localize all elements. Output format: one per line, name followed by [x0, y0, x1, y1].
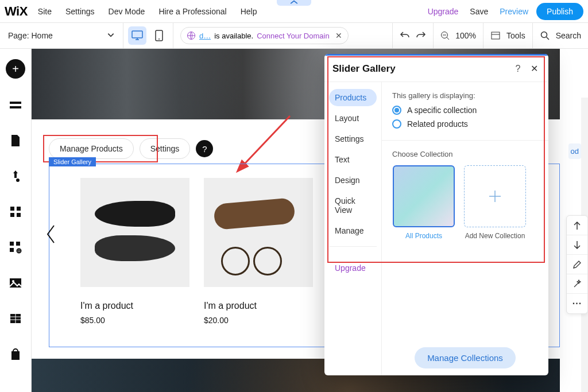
svg-rect-8 [10, 104, 21, 106]
menu-site[interactable]: Site [38, 7, 52, 16]
element-floating-toolbar: Manage Products Settings ? [49, 138, 213, 159]
svg-line-21 [238, 116, 290, 170]
save-button[interactable]: Save [470, 7, 488, 16]
add-element-button[interactable]: + [6, 59, 25, 79]
upgrade-link[interactable]: Upgrade [428, 7, 459, 16]
radio-specific-collection[interactable]: A specific collection [392, 106, 538, 115]
panel-close-button[interactable]: ✕ [528, 63, 540, 75]
panel-nav: Products Layout Settings Text Design Qui… [324, 82, 382, 375]
displaying-label: This gallery is displaying: [392, 91, 538, 100]
product-name: I'm a product [80, 301, 192, 311]
edit-button[interactable] [567, 255, 587, 274]
add-collection-caption: Add New Collection [465, 232, 525, 240]
pages-icon[interactable] [6, 131, 25, 150]
panel-nav-products[interactable]: Products [329, 89, 377, 106]
more-button[interactable]: ··· [567, 294, 587, 313]
toolbar: Page: Home d… is available. Connect Your… [0, 23, 588, 49]
manage-collections-button[interactable]: Manage Collections [415, 347, 516, 368]
svg-rect-15 [16, 242, 20, 246]
collection-caption: All Products [405, 232, 442, 240]
magic-button[interactable] [567, 274, 587, 294]
product-card[interactable]: I'm a product $85.00 [80, 178, 192, 325]
svg-point-2 [158, 38, 160, 40]
element-help-button[interactable]: ? [196, 140, 213, 157]
app-market-icon[interactable] [6, 238, 25, 257]
search-icon [540, 30, 550, 41]
globe-icon [187, 31, 196, 40]
menu-devmode[interactable]: Dev Mode [109, 7, 145, 16]
svg-rect-14 [10, 242, 14, 246]
element-settings-button[interactable]: Settings [140, 138, 191, 159]
collection-all-products[interactable]: All Products [392, 165, 455, 240]
undo-button[interactable] [400, 30, 410, 42]
domain-name[interactable]: d… [199, 32, 211, 40]
svg-point-9 [16, 178, 20, 182]
product-name: I'm a product [204, 301, 316, 311]
add-icon [464, 165, 526, 227]
panel-nav-design[interactable]: Design [329, 172, 377, 189]
redo-button[interactable] [416, 30, 426, 42]
svg-rect-12 [10, 213, 14, 217]
menu-hire[interactable]: Hire a Professional [158, 7, 226, 16]
panel-nav-quickview[interactable]: Quick View [329, 192, 377, 219]
preview-button[interactable]: Preview [500, 7, 528, 16]
svg-rect-5 [492, 32, 500, 39]
right-quick-tools: ··· [566, 215, 588, 314]
panel-nav-layout[interactable]: Layout [329, 110, 377, 127]
page-name: Home [31, 31, 52, 40]
connect-domain-link[interactable]: Connect Your Domain [257, 32, 329, 40]
apps-icon[interactable] [6, 203, 25, 221]
move-up-button[interactable] [567, 216, 587, 235]
slider-gallery-panel: Slider Gallery ? ✕ Products Layout Setti… [324, 54, 548, 375]
panel-nav-manage[interactable]: Manage [329, 222, 377, 239]
menu-help[interactable]: Help [241, 7, 257, 16]
panel-nav-text[interactable]: Text [329, 151, 377, 168]
cms-icon[interactable] [6, 309, 25, 328]
domain-available-text: is available. [214, 32, 253, 40]
wix-logo[interactable]: WiX [5, 4, 28, 19]
publish-button[interactable]: Publish [536, 3, 583, 20]
choose-collection-label: Choose Collection [392, 150, 538, 158]
panel-nav-upgrade[interactable]: Upgrade [329, 259, 377, 277]
media-icon[interactable] [6, 274, 25, 292]
left-rail: + [0, 49, 32, 392]
panel-peek: od [568, 143, 581, 159]
panel-nav-settings[interactable]: Settings [329, 130, 377, 148]
add-collection-button[interactable]: Add New Collection [463, 165, 527, 240]
svg-rect-10 [10, 207, 14, 211]
panel-header: Slider Gallery ? ✕ [324, 56, 548, 82]
chevron-down-icon [107, 31, 115, 41]
svg-rect-18 [10, 278, 21, 288]
product-price: $20.00 [204, 316, 316, 325]
manage-products-button[interactable]: Manage Products [49, 138, 134, 159]
svg-rect-16 [10, 248, 14, 252]
tools-button[interactable]: Tools [483, 23, 532, 48]
store-icon[interactable] [6, 345, 25, 363]
device-switcher [123, 23, 173, 48]
search-button[interactable]: Search [532, 23, 588, 48]
zoom-value: 100% [455, 31, 476, 40]
radio-related-products[interactable]: Related products [392, 119, 538, 129]
svg-rect-0 [132, 31, 142, 38]
collection-thumb [393, 165, 455, 227]
radio-icon [392, 119, 401, 129]
history-group [392, 23, 433, 48]
menu-settings[interactable]: Settings [65, 7, 95, 16]
element-type-label: Slider Gallery [49, 157, 96, 166]
svg-point-6 [541, 32, 547, 38]
product-price: $85.00 [80, 316, 192, 325]
product-card[interactable]: I'm a product $20.00 [204, 178, 316, 325]
zoom-group[interactable]: 100% [433, 23, 483, 48]
sections-icon[interactable] [6, 96, 25, 114]
domain-banner: d… is available. Connect Your Domain ✕ [180, 27, 349, 44]
theme-icon[interactable] [6, 167, 25, 185]
desktop-view-button[interactable] [128, 26, 146, 45]
mobile-view-button[interactable] [150, 26, 168, 45]
close-icon[interactable]: ✕ [335, 31, 342, 40]
move-down-button[interactable] [567, 235, 587, 255]
panel-help-button[interactable]: ? [512, 63, 524, 75]
tools-icon [490, 30, 501, 41]
panel-title: Slider Gallery [332, 63, 396, 75]
panel-main: This gallery is displaying: A specific c… [382, 82, 548, 375]
page-selector[interactable]: Page: Home [0, 23, 123, 48]
